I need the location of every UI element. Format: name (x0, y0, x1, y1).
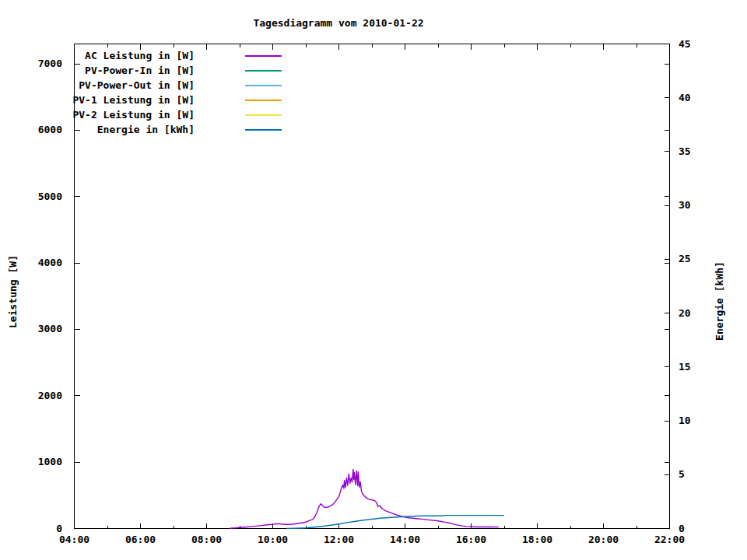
y-tick-label: 2000 (38, 390, 62, 401)
y2-tick-label: 5 (679, 468, 685, 480)
x-tick-label: 08:00 (191, 534, 222, 545)
y2-tick-label: 30 (679, 199, 691, 211)
x-tick-label: 12:00 (324, 534, 354, 545)
y2-tick-label: 35 (679, 145, 691, 157)
y-tick-label: 0 (56, 523, 62, 534)
x-tick-label: 22:00 (654, 534, 685, 545)
y2-tick-label: 25 (679, 253, 691, 264)
y2-tick-label: 45 (679, 38, 691, 50)
legend-label: PV-Power-Out in [W] (79, 79, 195, 91)
y2-tick-label: 20 (679, 307, 691, 319)
y-tick-label: 3000 (38, 323, 62, 334)
x-tick-label: 20:00 (588, 534, 619, 545)
y-tick-label: 4000 (38, 257, 62, 268)
y-tick-label: 5000 (38, 191, 62, 202)
y2-tick-label: 15 (679, 361, 691, 373)
x-tick-label: 04:00 (59, 534, 89, 545)
x-tick-label: 18:00 (522, 534, 552, 545)
legend-label: AC Leistung in [W] (85, 50, 195, 61)
chart: Tagesdiagramm vom 2010-01-22 Leistung [W… (0, 0, 747, 560)
x-tick-label: 16:00 (456, 534, 486, 545)
x-tick-label: 14:00 (390, 534, 420, 545)
y-tick-label: 1000 (38, 456, 62, 467)
y2-tick-label: 40 (679, 92, 691, 103)
y2-tick-label: 0 (679, 523, 685, 534)
legend-label: Energie in [kWh] (97, 124, 195, 135)
x-tick-label: 10:00 (258, 534, 288, 545)
y2-tick-label: 10 (679, 415, 691, 426)
legend-label: PV-Power-In in [W] (85, 65, 195, 76)
y-tick-label: 6000 (38, 124, 62, 135)
y-tick-label: 7000 (38, 58, 62, 69)
plot-area: 04:0006:0008:0010:0012:0014:0016:0018:00… (0, 0, 747, 560)
legend-label: PV-1 Leistung in [W] (72, 94, 195, 106)
legend-label: PV-2 Leistung in [W] (72, 109, 195, 121)
x-tick-label: 06:00 (125, 534, 156, 545)
